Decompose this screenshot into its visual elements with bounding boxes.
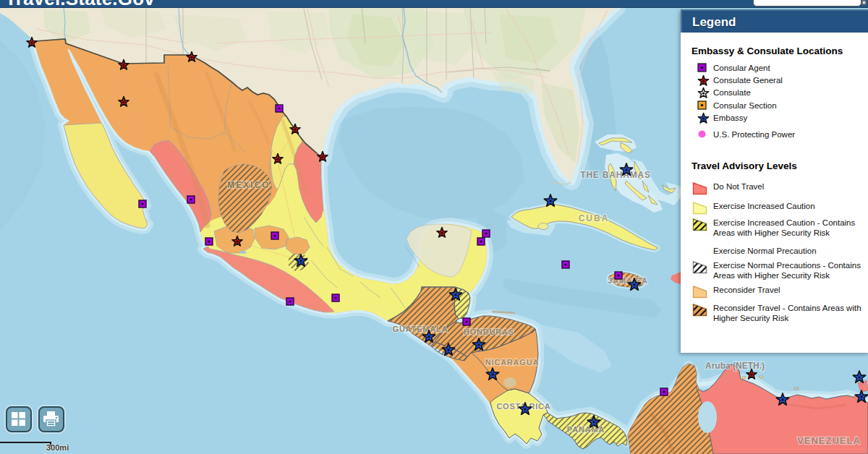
- svg-text:HONDURAS: HONDURAS: [464, 327, 514, 336]
- svg-text:JAMAICA: JAMAICA: [608, 276, 648, 285]
- svg-text:MEXICO: MEXICO: [227, 180, 270, 190]
- svg-text:CUBA: CUBA: [579, 213, 610, 223]
- svg-text:Aruba (NETH.): Aruba (NETH.): [705, 361, 765, 371]
- svg-text:PANAMA: PANAMA: [567, 425, 605, 434]
- svg-text:NICARAGUA: NICARAGUA: [485, 358, 539, 367]
- svg-text:VENEZUELA: VENEZUELA: [797, 435, 861, 446]
- svg-text:THE BAHAMAS: THE BAHAMAS: [580, 170, 650, 180]
- svg-text:GUATEMALA: GUATEMALA: [393, 325, 448, 333]
